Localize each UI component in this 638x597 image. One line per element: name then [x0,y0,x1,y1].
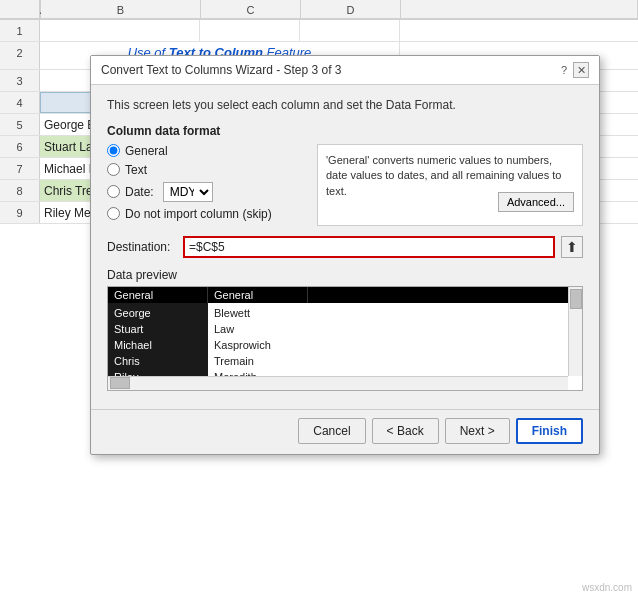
preview-col1: George Stuart Michael Chris Riley [108,303,208,383]
radio-general-label: General [125,144,168,158]
preview-data-area: George Stuart Michael Chris Riley Blewet… [108,303,582,383]
dialog-controls: ? ✕ [561,62,589,78]
scroll-thumb-vertical[interactable] [570,289,582,309]
radio-text-label: Text [125,163,147,177]
advanced-button[interactable]: Advanced... [498,192,574,212]
radio-date-item: Date: MDY DMY YMD [107,182,307,202]
radio-text-item: Text [107,163,307,177]
finish-button[interactable]: Finish [516,418,583,444]
preview-row: George [108,303,208,319]
dialog-footer: Cancel < Back Next > Finish [91,409,599,454]
watermark: wsxdn.com [582,582,632,593]
preview-scrollbar-horizontal[interactable] [108,376,568,390]
dialog-description: This screen lets you select each column … [107,97,583,114]
data-preview-label: Data preview [107,268,583,282]
date-format-select[interactable]: MDY DMY YMD [163,182,213,202]
dialog-title: Convert Text to Columns Wizard - Step 3 … [101,63,342,77]
destination-select-icon[interactable]: ⬆ [561,236,583,258]
preview-row: Law [208,319,582,335]
destination-label: Destination: [107,240,177,254]
preview-header-row: General General [108,287,582,303]
radio-text[interactable] [107,163,120,176]
preview-row: Blewett [208,303,582,319]
preview-scrollbar-vertical[interactable] [568,287,582,376]
cancel-button[interactable]: Cancel [298,418,365,444]
col-headers: A B C D [0,0,638,20]
radio-date[interactable] [107,185,120,198]
preview-row: Tremain [208,351,582,367]
destination-row: Destination: ⬆ [107,236,583,258]
radio-skip-item: Do not import column (skip) [107,207,307,221]
data-preview-box: General General George Stuart Michael Ch… [107,286,583,391]
info-text: 'General' converts numeric values to num… [326,154,561,197]
preview-row: Kasprowich [208,335,582,351]
dialog-titlebar: Convert Text to Columns Wizard - Step 3 … [91,56,599,85]
spreadsheet: A B C D 1 2 Use of Text to Column Featur… [0,0,638,597]
corner-header [0,0,40,19]
col-header-c: C [201,0,301,19]
col-header-b: B [41,0,201,19]
next-button[interactable]: Next > [445,418,510,444]
preview-header-col1: General [108,287,208,303]
preview-row: Michael [108,335,208,351]
col-header-d: D [301,0,401,19]
format-section: General Text Date: MDY DMY YM [107,144,583,226]
preview-row: Stuart [108,319,208,335]
close-button[interactable]: ✕ [573,62,589,78]
scroll-thumb-horizontal[interactable] [110,377,130,389]
preview-header-col2: General [208,287,308,303]
radio-column: General Text Date: MDY DMY YM [107,144,307,226]
radio-date-label: Date: [125,185,154,199]
preview-row: Chris [108,351,208,367]
radio-skip[interactable] [107,207,120,220]
dialog: Convert Text to Columns Wizard - Step 3 … [90,55,600,455]
table-row: 1 [0,20,638,42]
col-header-rest [401,0,638,19]
radio-skip-label: Do not import column (skip) [125,207,272,221]
destination-input[interactable] [183,236,555,258]
back-button[interactable]: < Back [372,418,439,444]
preview-col2: Blewett Law Kasprowich Tremain Meredith [208,303,582,383]
dialog-body: This screen lets you select each column … [91,85,599,401]
help-button[interactable]: ? [561,64,567,76]
column-format-label: Column data format [107,124,583,138]
radio-general-item: General [107,144,307,158]
radio-general[interactable] [107,144,120,157]
info-box: 'General' converts numeric values to num… [317,144,583,226]
